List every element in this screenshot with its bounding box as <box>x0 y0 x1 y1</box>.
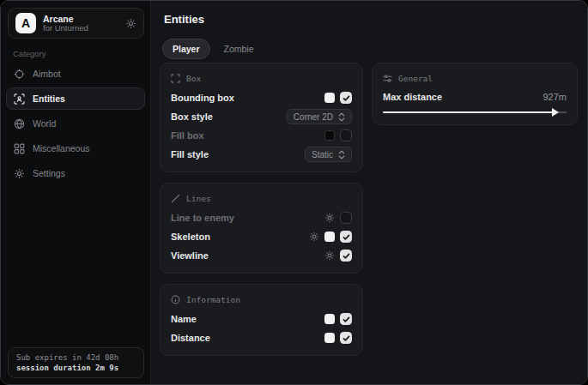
setting-label: Bounding box <box>171 93 324 103</box>
sidebar-item-label: Settings <box>33 168 65 178</box>
max-distance-value: 927m <box>543 92 567 102</box>
setting-row-viewline: Viewline <box>171 246 352 265</box>
setting-row-line-to-enemy: Line to enemy <box>171 208 352 227</box>
sidebar-item-label: Entities <box>33 93 65 104</box>
setting-label: Box style <box>171 111 287 122</box>
color-swatch[interactable] <box>324 93 335 103</box>
grid-icon <box>14 143 25 154</box>
section-title: Box <box>186 74 201 83</box>
box-section-card: Box Bounding box Box style C <box>160 63 363 172</box>
sidebar-item-entities[interactable]: Entities <box>6 87 145 110</box>
app-subtitle: for Unturned <box>43 24 118 33</box>
page-title: Entities <box>164 13 204 26</box>
viewline-settings-gear-icon[interactable] <box>324 250 335 261</box>
setting-label: Max distance <box>383 92 543 102</box>
section-title: Information <box>186 295 240 304</box>
globe-icon <box>14 118 25 129</box>
setting-label: Name <box>171 314 324 324</box>
sliders-icon <box>383 74 392 83</box>
box-frame-icon <box>171 74 180 83</box>
fill-style-dropdown[interactable]: Static <box>305 147 352 162</box>
sidebar-item-label: Aimbot <box>33 69 61 79</box>
line-settings-gear-icon[interactable] <box>324 213 335 223</box>
slider-thumb-arrow[interactable] <box>552 108 559 117</box>
setting-row-fill-style: Fill style Static <box>171 145 352 164</box>
color-swatch[interactable] <box>324 232 335 242</box>
box-style-dropdown[interactable]: Corner 2D <box>287 109 352 124</box>
max-distance-row: Max distance 927m <box>383 88 567 105</box>
setting-row-box-style: Box style Corner 2D <box>171 107 352 126</box>
session-duration-text: session duration 2m 9s <box>16 364 136 372</box>
line-icon <box>171 194 180 203</box>
logo-gear-icon[interactable] <box>125 18 136 29</box>
info-icon <box>171 295 180 304</box>
logo-card: A Arcane for Unturned <box>8 8 144 39</box>
sidebar-item-aimbot[interactable]: Aimbot <box>6 63 145 85</box>
line-to-enemy-checkbox[interactable] <box>340 212 352 224</box>
information-section-card: Information Name Distance <box>160 284 363 356</box>
color-swatch[interactable] <box>324 314 335 324</box>
crosshair-icon <box>14 69 25 80</box>
section-title: Lines <box>186 194 211 203</box>
color-swatch[interactable] <box>324 333 335 343</box>
dropdown-value: Corner 2D <box>294 112 333 122</box>
setting-row-fill-box: Fill box <box>171 126 352 145</box>
setting-row-distance: Distance <box>171 328 352 347</box>
sidebar: A Arcane for Unturned Category <box>1 1 151 384</box>
name-checkbox[interactable] <box>340 313 352 325</box>
app-title: Arcane <box>43 14 118 24</box>
subscription-info-card: Sub expires in 42d 08h session duration … <box>8 347 144 378</box>
setting-row-name: Name <box>171 310 352 328</box>
slider-fill <box>383 111 554 113</box>
fill-box-checkbox[interactable] <box>340 129 352 141</box>
viewline-checkbox[interactable] <box>340 250 352 262</box>
chevron-up-down-icon <box>338 150 345 159</box>
sub-expiry-text: Sub expires in 42d 08h <box>16 353 136 362</box>
setting-label: Fill style <box>171 149 305 159</box>
setting-row-skeleton: Skeleton <box>171 227 352 246</box>
sidebar-item-world[interactable]: World <box>6 112 145 135</box>
bounding-box-checkbox[interactable] <box>340 92 352 104</box>
skeleton-settings-gear-icon[interactable] <box>309 232 319 242</box>
gear-icon <box>14 168 25 179</box>
setting-label: Line to enemy <box>171 213 324 223</box>
max-distance-slider[interactable] <box>383 108 567 117</box>
setting-label: Fill box <box>171 130 324 141</box>
scan-person-icon <box>14 93 25 105</box>
section-title: General <box>398 74 433 83</box>
app-logo: A <box>15 13 36 33</box>
category-label: Category <box>13 49 46 58</box>
left-column: Box Bounding box Box style C <box>160 63 363 356</box>
chevron-up-down-icon <box>338 112 345 122</box>
dropdown-value: Static <box>312 150 333 159</box>
right-column: General Max distance 927m <box>372 63 578 125</box>
app-window: A Arcane for Unturned Category <box>0 0 588 385</box>
sidebar-item-settings[interactable]: Settings <box>6 162 145 184</box>
setting-label: Skeleton <box>171 232 309 242</box>
main-content: Entities Player Zombie Box Bounding box <box>151 1 587 384</box>
sidebar-item-label: World <box>33 118 56 129</box>
sidebar-item-miscellaneous[interactable]: Miscellaneous <box>6 137 145 159</box>
setting-label: Viewline <box>171 250 324 261</box>
sidebar-nav: Aimbot Entities <box>6 63 145 187</box>
lines-section-card: Lines Line to enemy <box>160 183 363 274</box>
sidebar-item-label: Miscellaneous <box>33 143 90 153</box>
general-section-card: General Max distance 927m <box>372 63 578 125</box>
tab-zombie[interactable]: Zombie <box>214 39 264 59</box>
setting-row-bounding-box: Bounding box <box>171 88 352 107</box>
color-swatch[interactable] <box>324 130 335 141</box>
skeleton-checkbox[interactable] <box>340 231 352 243</box>
tab-player[interactable]: Player <box>162 39 210 59</box>
distance-checkbox[interactable] <box>340 332 352 344</box>
entity-tabs: Player Zombie <box>162 39 264 59</box>
setting-label: Distance <box>171 333 324 343</box>
